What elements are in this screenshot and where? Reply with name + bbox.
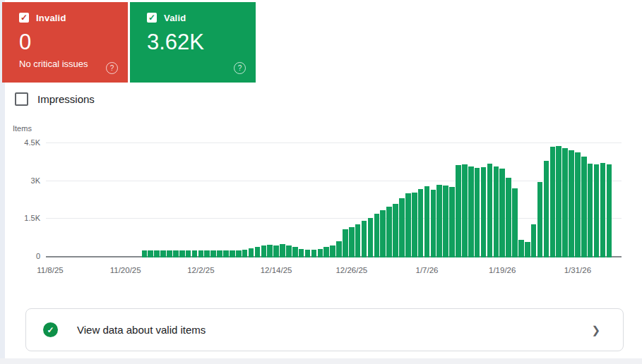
bar-valid-items[interactable] (594, 164, 600, 257)
bar-valid-items[interactable] (556, 146, 561, 257)
invalid-card[interactable]: ✓ Invalid 0 No critical issues ? (2, 2, 128, 83)
bar-valid-items[interactable] (468, 166, 474, 257)
bar-valid-items[interactable] (588, 164, 593, 257)
valid-items-banner[interactable]: ✓ View data about valid items ❯ (25, 308, 624, 351)
bar-valid-items[interactable] (518, 240, 524, 257)
bar-valid-items[interactable] (286, 245, 292, 257)
bar-valid-items[interactable] (236, 250, 242, 257)
page-edge-strip-bottom (0, 358, 642, 364)
bar-valid-items[interactable] (160, 250, 166, 257)
bar-valid-items[interactable] (192, 250, 198, 257)
help-icon[interactable]: ? (106, 62, 118, 74)
bar-valid-items[interactable] (280, 244, 285, 257)
bar-valid-items[interactable] (255, 247, 261, 257)
invalid-count: 0 (19, 30, 117, 54)
bar-valid-items[interactable] (550, 147, 556, 257)
bar-valid-items[interactable] (475, 168, 480, 257)
bar-valid-items[interactable] (267, 245, 273, 257)
bar-valid-items[interactable] (481, 167, 487, 257)
bar-valid-items[interactable] (349, 227, 355, 257)
bar-valid-items[interactable] (311, 250, 317, 257)
invalid-card-label: Invalid (36, 13, 66, 23)
bar-valid-items[interactable] (204, 250, 210, 257)
bar-valid-items[interactable] (380, 210, 386, 257)
bar-valid-items[interactable] (456, 165, 461, 257)
bar-valid-items[interactable] (512, 188, 518, 257)
bar-valid-items[interactable] (525, 242, 530, 257)
search-console-coverage-panel: ✓ Invalid 0 No critical issues ? ✓ Valid… (0, 0, 642, 364)
bar-valid-items[interactable] (443, 186, 448, 257)
y-tick-label: 0 (0, 252, 40, 260)
bar-valid-items[interactable] (494, 166, 499, 257)
bar-valid-items[interactable] (179, 250, 185, 257)
bar-valid-items[interactable] (362, 221, 367, 257)
valid-card[interactable]: ✓ Valid 3.62K ? (130, 2, 256, 83)
bar-valid-items[interactable] (374, 214, 380, 257)
bar-valid-items[interactable] (436, 185, 442, 257)
bar-valid-items[interactable] (223, 250, 229, 257)
checkmark-icon: ✓ (47, 325, 54, 335)
bar-valid-items[interactable] (330, 245, 335, 257)
impressions-checkbox[interactable] (15, 92, 28, 106)
bar-valid-items[interactable] (368, 218, 374, 257)
help-icon[interactable]: ? (234, 62, 246, 74)
bar-valid-items[interactable] (273, 245, 279, 257)
bar-valid-items[interactable] (210, 250, 216, 257)
gridline (46, 181, 622, 181)
banner-text: View data about valid items (77, 324, 206, 336)
bar-valid-items[interactable] (581, 157, 587, 257)
status-cards: ✓ Invalid 0 No critical issues ? ✓ Valid… (2, 2, 256, 83)
invalid-checkbox[interactable]: ✓ (19, 13, 29, 23)
bar-valid-items[interactable] (142, 250, 148, 257)
bar-valid-items[interactable] (323, 247, 329, 257)
impressions-label: Impressions (37, 93, 95, 105)
bar-valid-items[interactable] (393, 204, 398, 257)
bar-valid-items[interactable] (431, 190, 436, 257)
bar-valid-items[interactable] (600, 163, 606, 257)
bar-valid-items[interactable] (418, 189, 424, 257)
bar-valid-items[interactable] (506, 178, 511, 257)
bar-valid-items[interactable] (462, 164, 468, 257)
bar-valid-items[interactable] (386, 207, 392, 257)
bar-valid-items[interactable] (299, 249, 304, 257)
bar-valid-items[interactable] (148, 250, 153, 257)
chevron-right-icon[interactable]: ❯ (591, 324, 600, 336)
bar-valid-items[interactable] (575, 152, 581, 257)
x-tick-label: 11/8/25 (25, 266, 75, 274)
bar-valid-items[interactable] (562, 148, 568, 257)
bar-valid-items[interactable] (537, 182, 543, 257)
bar-valid-items[interactable] (569, 150, 574, 257)
bar-valid-items[interactable] (249, 248, 254, 257)
bar-valid-items[interactable] (531, 224, 537, 257)
bar-valid-items[interactable] (318, 249, 323, 257)
chart[interactable]: Items4.5K3K1.5K011/8/2511/20/2512/2/2512… (0, 123, 642, 286)
bar-valid-items[interactable] (305, 250, 311, 257)
bar-valid-items[interactable] (336, 241, 342, 257)
bar-valid-items[interactable] (405, 193, 411, 257)
bar-valid-items[interactable] (399, 198, 405, 257)
bar-valid-items[interactable] (217, 250, 222, 257)
bar-valid-items[interactable] (261, 245, 267, 257)
bar-valid-items[interactable] (424, 186, 430, 257)
bar-valid-items[interactable] (198, 250, 204, 257)
bar-valid-items[interactable] (242, 250, 248, 257)
x-tick-label: 12/2/25 (176, 266, 225, 274)
gridline (46, 218, 622, 219)
bar-valid-items[interactable] (544, 161, 549, 257)
valid-count: 3.62K (147, 30, 244, 54)
bar-valid-items[interactable] (449, 187, 455, 257)
bar-valid-items[interactable] (186, 250, 191, 257)
bar-valid-items[interactable] (412, 193, 417, 257)
bar-valid-items[interactable] (607, 164, 612, 257)
impressions-toggle[interactable]: Impressions (15, 92, 95, 106)
valid-checkbox[interactable]: ✓ (147, 13, 157, 23)
bar-valid-items[interactable] (167, 250, 172, 257)
bar-valid-items[interactable] (173, 250, 179, 257)
bar-valid-items[interactable] (230, 250, 235, 257)
bar-valid-items[interactable] (499, 169, 505, 257)
bar-valid-items[interactable] (343, 229, 348, 257)
bar-valid-items[interactable] (292, 247, 298, 257)
bar-valid-items[interactable] (355, 224, 361, 257)
bar-valid-items[interactable] (154, 250, 160, 257)
bar-valid-items[interactable] (487, 164, 493, 257)
